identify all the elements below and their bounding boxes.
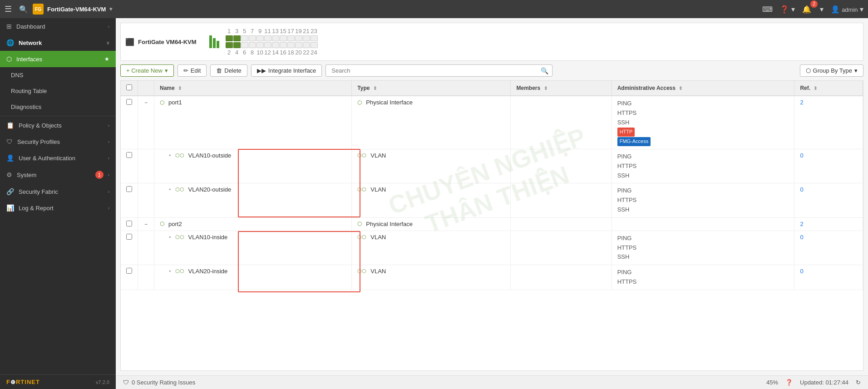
hamburger-icon[interactable]: ☰ [5, 4, 12, 14]
name-cell[interactable]: • ⬡⬡ VLAN20-inside [154, 265, 352, 290]
ref-link[interactable]: 2 [800, 99, 803, 106]
name-cell[interactable]: ⬡ port1 [154, 96, 352, 149]
ref-link[interactable]: 0 [800, 268, 803, 275]
delete-button[interactable]: 🗑 Delete [210, 64, 247, 77]
create-new-button[interactable]: + Create New ▾ [120, 64, 174, 77]
col-members[interactable]: Members ⇕ [511, 81, 612, 96]
name-cell[interactable]: • ⬡⬡ VLAN10-inside [154, 231, 352, 265]
ref-cell: 0 [794, 149, 863, 183]
port-bar-2 [213, 38, 216, 48]
port-17 [287, 35, 295, 41]
expand-cell[interactable]: − [138, 96, 154, 149]
port-6 [241, 42, 248, 48]
sidebar-item-security-profiles[interactable]: 🛡 Security Profiles › [0, 133, 116, 150]
vlan10-outside-row[interactable]: • ⬡⬡ VLAN10-outside ⬡⬡ VLAN [121, 149, 863, 183]
create-dropdown-icon[interactable]: ▾ [165, 67, 168, 74]
col-name[interactable]: Name ⇕ [154, 81, 352, 96]
table-row[interactable]: − ⬡ port1 ⬡ Physical Interface [121, 96, 863, 149]
device-panel: ⬛ FortiGate VM64-KVM 1 3 5 7 [120, 23, 863, 61]
sidebar-item-routing-table[interactable]: Routing Table [0, 83, 116, 99]
physical-interface-icon: ⬡ [160, 221, 164, 227]
sidebar-item-security-fabric[interactable]: 🔗 Security Fabric › [0, 183, 116, 200]
vlan-icon: ⬡⬡ [175, 234, 184, 240]
terminal-icon[interactable]: ⌨ [762, 5, 773, 14]
collapse-icon[interactable]: − [144, 221, 148, 227]
sidebar-item-log-report[interactable]: 📊 Log & Report › [0, 200, 116, 216]
statusbar-right: 45% ❓ Updated: 01:27:44 ↻ [766, 379, 861, 386]
search-input[interactable] [330, 65, 541, 76]
access-cell: PING HTTPS SSH [612, 183, 794, 217]
refresh-icon[interactable]: ↻ [856, 379, 861, 386]
group-by-button[interactable]: ⬡ Group By Type ▾ [800, 64, 863, 77]
col-admin-access[interactable]: Administrative Access ⇕ [612, 81, 794, 96]
col-expand [138, 81, 154, 96]
col-ref[interactable]: Ref. ⇕ [794, 81, 863, 96]
group-dropdown-icon: ▾ [854, 67, 858, 74]
sidebar-item-system[interactable]: ⚙ System 1 › [0, 166, 116, 183]
expand-cell[interactable]: − [138, 217, 154, 231]
ref-link[interactable]: 0 [800, 152, 803, 159]
chevron-icon: › [108, 123, 109, 128]
type-label: VLAN [370, 234, 386, 241]
row-checkbox[interactable] [126, 268, 132, 274]
search-icon[interactable]: 🔍 [541, 67, 548, 74]
edit-icon: ✏ [183, 67, 188, 74]
name-cell[interactable]: ⬡ port2 [154, 217, 352, 231]
port-5 [241, 35, 248, 41]
ref-cell: 2 [794, 217, 863, 231]
name-cell[interactable]: • ⬡⬡ VLAN10-outside [154, 149, 352, 183]
bullet-icon: • [169, 268, 171, 275]
sidebar-item-network[interactable]: 🌐 Network ∨ [0, 34, 116, 51]
interface-name: VLAN10-inside [188, 234, 228, 241]
search-box: 🔍 [326, 64, 552, 77]
port-22 [303, 42, 310, 48]
sidebar-item-interfaces[interactable]: ⬡ Interfaces ★ [0, 51, 116, 67]
physical-interface-icon: ⬡ [160, 99, 164, 106]
ref-cell: 0 [794, 265, 863, 290]
system-badge: 1 [95, 171, 104, 179]
sidebar-item-user-auth[interactable]: 👤 User & Authentication › [0, 150, 116, 166]
select-all-checkbox[interactable] [126, 84, 132, 90]
notification-icon[interactable]: 🔔 2 ▾ [802, 5, 824, 14]
topbar-search-icon[interactable]: 🔍 [19, 5, 28, 14]
col-type[interactable]: Type ⇕ [352, 81, 511, 96]
integrate-label: Integrate Interface [268, 67, 316, 74]
delete-label: Delete [224, 67, 242, 74]
integrate-button[interactable]: ▶▶ Integrate Interface [251, 64, 322, 77]
edit-button[interactable]: ✏ Edit [178, 64, 207, 77]
row-checkbox[interactable] [126, 186, 132, 192]
sidebar-item-diagnostics[interactable]: Diagnostics [0, 99, 116, 115]
vlan10-inside-row[interactable]: • ⬡⬡ VLAN10-inside ⬡⬡ VLAN [121, 231, 863, 265]
app-dropdown-icon[interactable]: ▾ [109, 6, 112, 12]
app-logo: FG FortiGate-VM64-KVM ▾ [33, 4, 133, 15]
name-cell[interactable]: • ⬡⬡ VLAN20-outside [154, 183, 352, 217]
user-icon[interactable]: 👤 admin ▾ [831, 5, 863, 14]
row-checkbox[interactable] [126, 152, 132, 158]
system-icon: ⚙ [6, 171, 12, 178]
table-row[interactable]: − ⬡ port2 ⬡ Physical Interface [121, 217, 863, 231]
ref-link[interactable]: 0 [800, 186, 803, 193]
star-icon[interactable]: ★ [104, 56, 109, 62]
vlan20-outside-row[interactable]: • ⬡⬡ VLAN20-outside ⬡⬡ VLAN [121, 183, 863, 217]
ref-link[interactable]: 0 [800, 234, 803, 241]
toolbar: + Create New ▾ ✏ Edit 🗑 Delete ▶▶ Integr… [116, 61, 868, 80]
vlan20-inside-row[interactable]: • ⬡⬡ VLAN20-inside ⬡⬡ VLAN [121, 265, 863, 290]
help-icon[interactable]: ❓ ▾ [780, 5, 794, 14]
statusbar-help-icon[interactable]: ❓ [785, 379, 793, 386]
interfaces-icon: ⬡ [6, 55, 12, 63]
collapse-icon[interactable]: − [144, 99, 148, 106]
access-cell: PING HTTPS SSH [612, 149, 794, 183]
ref-link[interactable]: 2 [800, 221, 803, 227]
members-cell [511, 231, 612, 265]
sidebar-item-dns[interactable]: DNS [0, 67, 116, 83]
statusbar: 🛡 0 Security Rating Issues 45% ❓ Updated… [116, 375, 868, 389]
sidebar-item-policy-objects[interactable]: 📋 Policy & Objects › [0, 117, 116, 133]
sidebar-item-dashboard[interactable]: ⊞ Dashboard › [0, 18, 116, 34]
vlan-type-icon: ⬡⬡ [357, 187, 366, 192]
port-3 [233, 35, 241, 41]
topbar-right: ⌨ ❓ ▾ 🔔 2 ▾ 👤 admin ▾ [762, 5, 863, 14]
row-checkbox[interactable] [126, 99, 132, 105]
bullet-icon: • [169, 186, 171, 193]
row-checkbox[interactable] [126, 221, 132, 227]
row-checkbox[interactable] [126, 234, 132, 240]
